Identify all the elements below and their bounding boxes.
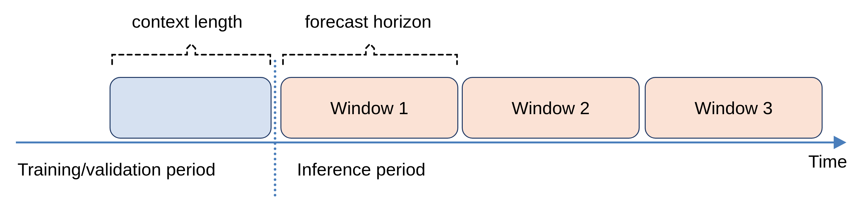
forecast-window-1-label: Window 1 (330, 97, 408, 118)
forecast-window-3-label: Window 3 (694, 97, 773, 118)
forecast-horizon-bracket-icon (280, 41, 460, 67)
forecast-window-2: Window 2 (462, 77, 640, 139)
forecast-window-3: Window 3 (645, 77, 823, 139)
inference-period-label: Inference period (297, 159, 426, 180)
context-window-box (110, 77, 272, 139)
time-axis (16, 142, 835, 143)
period-divider (274, 60, 276, 197)
context-length-label: context length (132, 11, 243, 32)
time-axis-arrow-icon (834, 136, 846, 149)
forecast-horizon-label: forecast horizon (305, 11, 431, 32)
training-period-label: Training/validation period (18, 159, 216, 180)
time-axis-label: Time (808, 151, 847, 172)
context-length-bracket-icon (110, 41, 273, 67)
forecast-window-2-label: Window 2 (512, 97, 590, 118)
forecast-window-1: Window 1 (280, 77, 458, 139)
diagram-stage: Window 1 Window 2 Window 3 context lengt… (0, 0, 868, 200)
